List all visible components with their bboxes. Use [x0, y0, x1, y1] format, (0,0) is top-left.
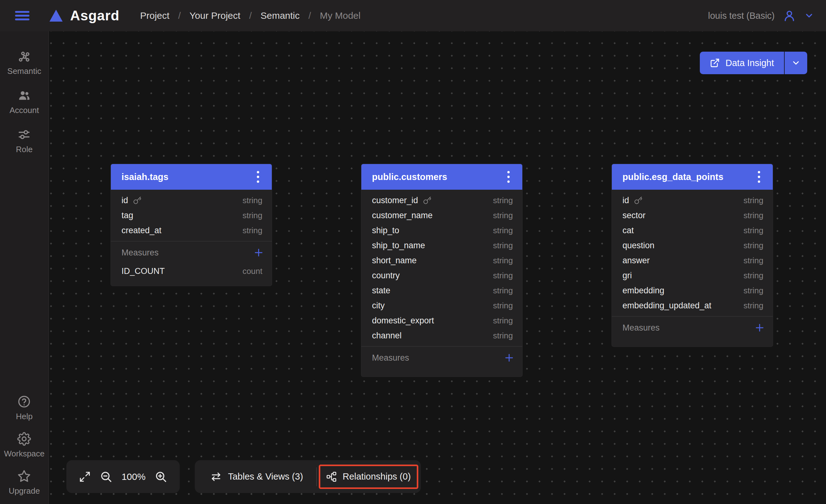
column-name-text: sector: [623, 211, 646, 220]
zoom-out-button[interactable]: [100, 470, 112, 483]
tables-views-button[interactable]: Tables & Views (3): [197, 460, 316, 493]
breadcrumb-item: My Model: [320, 10, 360, 21]
zoom-level-indicator[interactable]: 100%: [121, 471, 145, 482]
column-type: string: [493, 286, 513, 296]
column-name-text: question: [623, 241, 654, 250]
sidebar-item-label: Upgrade: [9, 486, 40, 496]
sidebar-item-account[interactable]: Account: [10, 88, 39, 115]
add-measure-button[interactable]: [504, 353, 514, 363]
top-bar: Asgard Project/Your Project/Semantic/My …: [0, 0, 826, 31]
column-name: answer: [623, 256, 743, 265]
column-name-text: tag: [121, 211, 133, 220]
breadcrumb-separator: /: [178, 10, 181, 21]
breadcrumb-item[interactable]: Project: [140, 10, 169, 21]
user-label: louis test (Basic): [708, 11, 775, 21]
table-name: isaiah.tags: [121, 172, 252, 182]
column-name: state: [372, 286, 493, 296]
column-row: customer_idstring: [361, 193, 522, 208]
data-insight-button[interactable]: Data Insight: [700, 52, 785, 74]
column-list: idstringtagstringcreated_atstring: [111, 190, 272, 241]
column-name-text: ship_to_name: [372, 241, 425, 250]
breadcrumb-item[interactable]: Your Project: [189, 10, 240, 21]
hamburger-menu-icon[interactable]: [15, 9, 30, 22]
breadcrumb-item[interactable]: Semantic: [260, 10, 300, 21]
kebab-menu-icon[interactable]: [252, 169, 264, 185]
graph-icon: [17, 50, 31, 63]
column-name: short_name: [372, 256, 493, 265]
add-measure-button[interactable]: [254, 248, 263, 258]
column-name: channel: [372, 331, 493, 340]
sidebar-item-workspace[interactable]: Workspace: [4, 432, 45, 459]
column-type: string: [743, 241, 763, 250]
table-card[interactable]: public.esg_data_pointsidstringsectorstri…: [612, 164, 773, 346]
star-icon: [17, 469, 31, 483]
column-name-text: created_at: [121, 226, 162, 235]
column-row: catstring: [612, 223, 773, 238]
chevron-down-icon[interactable]: [804, 11, 814, 21]
column-row: sectorstring: [612, 208, 773, 223]
table-card-header[interactable]: public.esg_data_points: [612, 164, 773, 190]
sidebar-item-help[interactable]: Help: [16, 395, 33, 421]
relationships-button[interactable]: Relationships (0): [320, 466, 417, 487]
column-type: string: [493, 301, 513, 311]
measures-label: Measures: [623, 323, 755, 333]
sidebar-item-upgrade[interactable]: Upgrade: [9, 469, 40, 496]
column-row: idstring: [612, 193, 773, 208]
column-name: gri: [623, 271, 743, 280]
pill-divider: [316, 467, 317, 486]
column-name-text: cat: [623, 226, 634, 235]
gear-icon: [17, 432, 31, 446]
fit-view-button[interactable]: [79, 471, 91, 483]
measures-header: Measures: [111, 241, 272, 264]
column-name-text: embedding_updated_at: [623, 301, 711, 311]
column-row: ship_tostring: [361, 223, 522, 238]
sidebar-item-label: Workspace: [4, 449, 45, 459]
column-row: countrystring: [361, 268, 522, 283]
tables-views-label: Tables & Views (3): [228, 471, 303, 482]
zoom-in-button[interactable]: [155, 470, 167, 483]
column-list: idstringsectorstringcatstringquestionstr…: [612, 190, 773, 316]
brand-logo[interactable]: Asgard: [49, 8, 120, 23]
sidebar-item-label: Semantic: [7, 66, 41, 76]
model-canvas[interactable]: Data Insight isaiah.tagsidstringtagstrin…: [49, 31, 826, 504]
sidebar-item-role[interactable]: Role: [16, 128, 33, 154]
measures-header: Measures: [361, 346, 522, 369]
column-name: created_at: [121, 226, 242, 235]
measure-name: ID_COUNT: [121, 266, 242, 276]
column-name: embedding: [623, 286, 743, 296]
column-row: embeddingstring: [612, 283, 773, 298]
column-name: customer_name: [372, 211, 493, 220]
column-type: string: [242, 196, 262, 205]
column-name-text: id: [121, 196, 128, 205]
highlight-box: Relationships (0): [319, 464, 418, 489]
column-name: id: [121, 196, 242, 205]
data-insight-split-button: Data Insight: [700, 52, 807, 74]
column-row: short_namestring: [361, 253, 522, 268]
table-card[interactable]: isaiah.tagsidstringtagstringcreated_atst…: [111, 164, 272, 286]
data-insight-dropdown-button[interactable]: [785, 52, 807, 74]
swap-arrows-icon: [211, 471, 222, 483]
column-type: string: [743, 211, 763, 220]
primary-key-icon: [634, 196, 643, 205]
user-menu[interactable]: louis test (Basic): [708, 9, 814, 22]
column-type: string: [743, 226, 763, 235]
table-card-header[interactable]: public.customers: [361, 164, 522, 190]
add-measure-button[interactable]: [755, 323, 765, 333]
column-name: id: [623, 196, 743, 205]
sidebar-item-label: Help: [16, 412, 33, 421]
sidebar-item-semantic[interactable]: Semantic: [7, 50, 41, 76]
column-type: string: [242, 211, 262, 220]
kebab-menu-icon[interactable]: [753, 169, 765, 185]
table-card[interactable]: public.customerscustomer_idstringcustome…: [361, 164, 522, 377]
column-name-text: embedding: [623, 286, 664, 296]
relationships-label: Relationships (0): [343, 471, 411, 482]
kebab-menu-icon[interactable]: [502, 169, 515, 185]
external-link-icon: [710, 58, 720, 68]
user-avatar-icon[interactable]: [783, 9, 796, 22]
column-name-text: gri: [623, 271, 632, 280]
column-name-text: customer_name: [372, 211, 433, 220]
column-name: country: [372, 271, 493, 280]
triangle-logo-icon: [49, 9, 63, 22]
column-name: tag: [121, 211, 242, 220]
table-card-header[interactable]: isaiah.tags: [111, 164, 272, 190]
